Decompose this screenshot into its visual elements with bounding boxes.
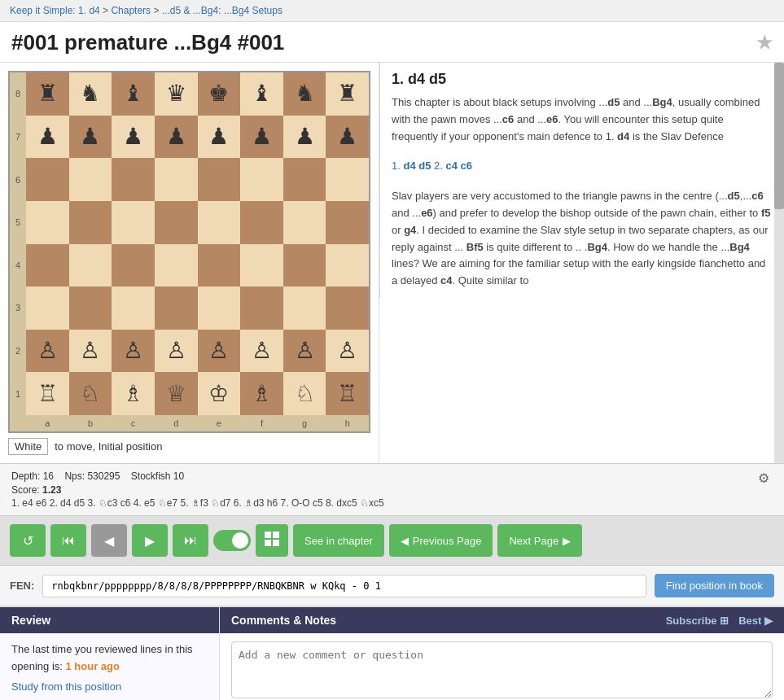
board-cell-b6[interactable] (69, 158, 112, 201)
board-cell-g6[interactable] (283, 158, 326, 201)
board-cell-h8[interactable]: ♜ (326, 72, 369, 116)
board-cell-h2[interactable]: ♙ (326, 330, 369, 373)
board-cell-b8[interactable]: ♞ (69, 72, 112, 116)
board-cell-f4[interactable] (240, 244, 283, 287)
board-cell-d2[interactable]: ♙ (155, 330, 198, 373)
board-cell-a1[interactable]: ♖ (26, 372, 69, 415)
review-header: Review (0, 607, 219, 633)
next-move-button[interactable]: ▶ (132, 524, 168, 557)
study-link[interactable]: Study from this position (11, 679, 208, 696)
last-move-button[interactable]: ⏭ (173, 524, 208, 557)
see-in-chapter-button[interactable]: See in chapter (293, 524, 384, 557)
board-cell-f6[interactable] (240, 158, 283, 201)
move-line-1[interactable]: 1. d4 d5 2. c4 c6 (392, 158, 773, 175)
page-title: #001 premature ...Bg4 #001 (11, 30, 284, 55)
board-cell-e6[interactable] (198, 158, 241, 201)
board-cell-g1[interactable]: ♘ (283, 372, 326, 415)
board-cell-a8[interactable]: ♜ (26, 72, 69, 116)
subscribe-link[interactable]: Subscribe ⊞ (666, 615, 729, 627)
board-cell-d6[interactable] (155, 158, 198, 201)
board-cell-a7[interactable]: ♟ (26, 116, 69, 159)
board-cell-f1[interactable]: ♗ (240, 372, 283, 415)
find-position-button[interactable]: Find position in book (655, 574, 774, 597)
status-text: to move, Initial position (55, 440, 162, 453)
previous-page-button[interactable]: ◀ Previous Page (389, 524, 493, 557)
board-cell-c2[interactable]: ♙ (112, 330, 155, 373)
board-cell-g2[interactable]: ♙ (283, 330, 326, 373)
board-cell-d4[interactable] (155, 244, 198, 287)
review-panel: Review The last time you reviewed lines … (0, 607, 220, 700)
board-cell-c1[interactable]: ♗ (112, 372, 155, 415)
board-cell-a2[interactable]: ♙ (26, 330, 69, 373)
board-cell-c3[interactable] (112, 287, 155, 330)
board-cell-b3[interactable] (69, 287, 112, 330)
chapter-text-1: This chapter is about black setups invol… (392, 94, 773, 145)
board-cell-e2[interactable]: ♙ (198, 330, 241, 373)
next-page-button[interactable]: Next Page ▶ (497, 524, 582, 557)
board-cell-e3[interactable] (198, 287, 241, 330)
board-cell-a4[interactable] (26, 244, 69, 287)
board-cell-g8[interactable]: ♞ (283, 72, 326, 116)
board-cell-c7[interactable]: ♟ (112, 116, 155, 159)
board-cell-f2[interactable]: ♙ (240, 330, 283, 373)
scrollbar-thumb[interactable] (774, 63, 784, 209)
board-cell-b4[interactable] (69, 244, 112, 287)
board-cell-f5[interactable] (240, 201, 283, 244)
board-cell-f8[interactable]: ♝ (240, 72, 283, 116)
board-cell-g7[interactable]: ♟ (283, 116, 326, 159)
board-cell-b5[interactable] (69, 201, 112, 244)
board-cell-b7[interactable]: ♟ (69, 116, 112, 159)
board-cell-h3[interactable] (326, 287, 369, 330)
first-move-button[interactable]: ⏮ (50, 524, 86, 557)
board-cell-d5[interactable] (155, 201, 198, 244)
board-cell-e4[interactable] (198, 244, 241, 287)
board-cell-e7[interactable]: ♟ (198, 116, 241, 159)
engine-settings-button[interactable]: ⚙ (755, 470, 773, 486)
breadcrumb-link-2[interactable]: Chapters (111, 5, 151, 16)
board-icon-button[interactable] (256, 524, 288, 557)
board-cell-b2[interactable]: ♙ (69, 330, 112, 373)
piece-P-g2: ♙ (295, 339, 315, 362)
board-cell-g5[interactable] (283, 201, 326, 244)
board-cell-e1[interactable]: ♔ (198, 372, 241, 415)
board-cell-d8[interactable]: ♛ (155, 72, 198, 116)
board-cell-c8[interactable]: ♝ (112, 72, 155, 116)
board-cell-e5[interactable] (198, 201, 241, 244)
breadcrumb-link-3[interactable]: ...d5 & ...Bg4: ...Bg4 Setups (162, 5, 283, 16)
piece-r-h8: ♜ (337, 82, 357, 105)
board-cell-c4[interactable] (112, 244, 155, 287)
scrollbar-track[interactable] (774, 63, 784, 463)
piece-p-g7: ♟ (295, 125, 315, 148)
board-cell-g3[interactable] (283, 287, 326, 330)
board-cell-d3[interactable] (155, 287, 198, 330)
toggle-switch[interactable] (213, 530, 251, 551)
board-cell-f3[interactable] (240, 287, 283, 330)
fen-label: FEN: (10, 580, 34, 592)
chess-board[interactable]: 8♜♞♝♛♚♝♞♜7♟♟♟♟♟♟♟♟65432♙♙♙♙♙♙♙♙1♖♘♗♕♔♗♘♖… (8, 71, 370, 433)
fen-input[interactable] (42, 575, 646, 597)
restart-button[interactable]: ↺ (10, 524, 46, 557)
board-cell-a3[interactable] (26, 287, 69, 330)
board-cell-d7[interactable]: ♟ (155, 116, 198, 159)
board-cell-a5[interactable] (26, 201, 69, 244)
star-icon[interactable]: ★ (756, 33, 773, 54)
breadcrumb-link-1[interactable]: Keep it Simple: 1. d4 (10, 5, 100, 16)
board-cell-h7[interactable]: ♟ (326, 116, 369, 159)
best-link[interactable]: Best ▶ (738, 615, 773, 627)
board-cell-a6[interactable] (26, 158, 69, 201)
board-cell-h4[interactable] (326, 244, 369, 287)
piece-P-c2: ♙ (123, 339, 143, 362)
board-cell-h6[interactable] (326, 158, 369, 201)
board-cell-e8[interactable]: ♚ (198, 72, 241, 116)
board-cell-g4[interactable] (283, 244, 326, 287)
board-cell-c6[interactable] (112, 158, 155, 201)
board-cell-d1[interactable]: ♕ (155, 372, 198, 415)
board-cell-f7[interactable]: ♟ (240, 116, 283, 159)
board-cell-h5[interactable] (326, 201, 369, 244)
board-cell-c5[interactable] (112, 201, 155, 244)
board-cell-h1[interactable]: ♖ (326, 372, 369, 415)
prev-move-button[interactable]: ◀ (91, 524, 127, 557)
comment-textarea[interactable] (231, 641, 773, 698)
rank-label-6: 6 (10, 158, 26, 201)
board-cell-b1[interactable]: ♘ (69, 372, 112, 415)
